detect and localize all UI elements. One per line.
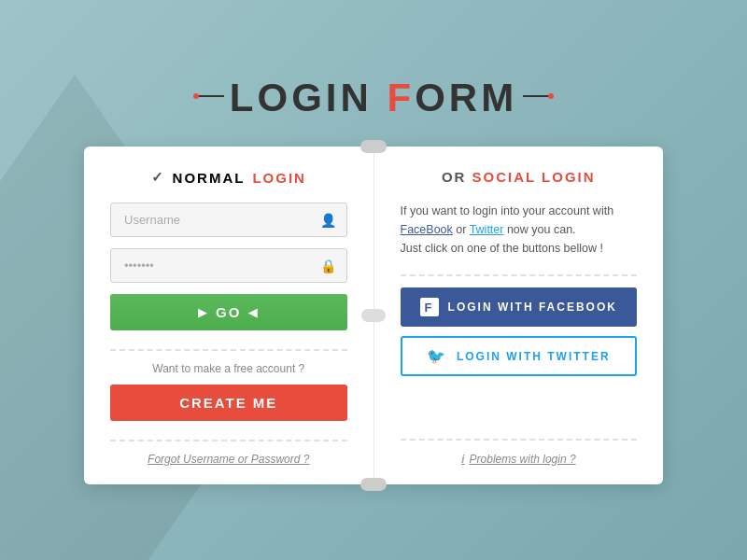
normal-login-panel: ✓ NORMAL LOGIN 👤 🔒 ▶ GO ◀ Want to make a… [84, 147, 374, 484]
password-wrapper: 🔒 [110, 248, 347, 283]
go-label: GO [216, 304, 241, 320]
title-login-red: LOGIN [252, 170, 306, 186]
password-input[interactable] [110, 248, 347, 283]
username-wrapper: 👤 [110, 203, 347, 237]
form-container: ✓ NORMAL LOGIN 👤 🔒 ▶ GO ◀ Want to make a… [84, 147, 663, 484]
social-login-title: OR SOCIAL LOGIN [401, 169, 638, 185]
title-right-dash [523, 95, 551, 97]
top-connector [360, 140, 387, 153]
social-description: If you want to login into your account w… [401, 202, 614, 258]
login-twitter-button[interactable]: 🐦 LOGIN WITH TWITTER [401, 336, 638, 376]
title-left-dash [196, 95, 224, 97]
normal-login-title: ✓ NORMAL LOGIN [110, 169, 347, 186]
facebook-button-label: LOGIN WITH FACEBOOK [448, 301, 617, 314]
lock-icon: 🔒 [320, 259, 336, 273]
social-divider-2 [401, 439, 638, 441]
desc-now: now you can. [503, 223, 575, 236]
divider-2 [110, 440, 347, 441]
or-text: OR [442, 169, 472, 185]
check-icon: ✓ [151, 169, 165, 186]
social-divider-1 [401, 274, 638, 276]
title-normal: NORMAL [173, 170, 246, 186]
twitter-link[interactable]: Twitter [470, 223, 504, 236]
social-login-panel: OR SOCIAL LOGIN If you want to login int… [374, 147, 664, 484]
divider-1 [110, 349, 347, 351]
twitter-button-label: LOGIN WITH TWITTER [457, 350, 611, 363]
desc-line1: If you want to login into your account w… [401, 204, 614, 217]
desc-or: or [453, 223, 470, 236]
go-arrow-left: ▶ [198, 306, 208, 319]
go-arrow-right: ◀ [248, 306, 259, 319]
username-input[interactable] [110, 203, 347, 237]
facebook-link[interactable]: FaceBook [401, 223, 453, 236]
bottom-connector [360, 478, 387, 491]
login-facebook-button[interactable]: f LOGIN WITH FACEBOOK [401, 287, 638, 327]
facebook-icon: f [420, 298, 439, 316]
create-me-button[interactable]: CREATE ME [110, 385, 347, 421]
free-account-text: Want to make a free account ? [152, 362, 304, 375]
go-button[interactable]: ▶ GO ◀ [110, 294, 347, 330]
right-bottom-area: i Problems with login ? [401, 435, 638, 466]
problems-link[interactable]: i Problems with login ? [401, 452, 638, 466]
problems-text: Problems with login ? [470, 453, 576, 466]
twitter-icon: 🐦 [427, 347, 447, 365]
social-login-text: SOCIAL LOGIN [472, 169, 596, 185]
forgot-link[interactable]: Forgot Username or Password ? [110, 453, 347, 466]
title-text: LOGIN FORM [230, 76, 517, 120]
user-icon: 👤 [320, 213, 336, 228]
desc-click: Just click on one of the buttons bellow … [401, 242, 604, 255]
info-icon: i [461, 452, 465, 466]
page-title: LOGIN FORM [190, 76, 557, 120]
